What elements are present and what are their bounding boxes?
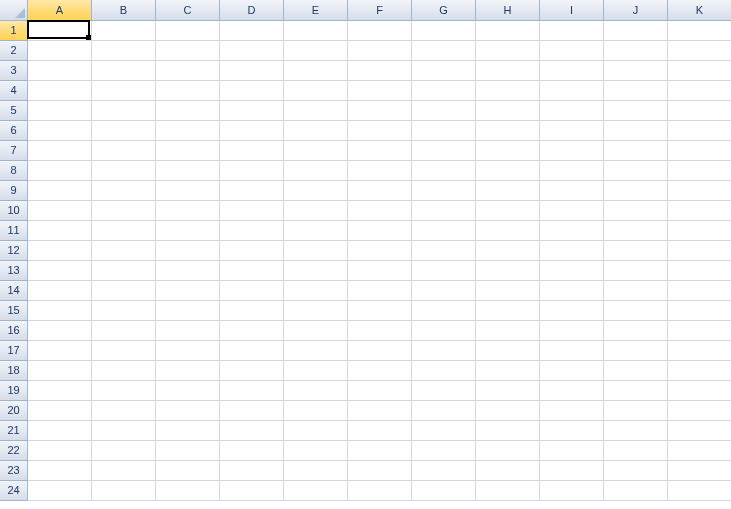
cell-h22[interactable] [476,441,540,461]
fill-handle[interactable] [86,35,91,40]
cell-h18[interactable] [476,361,540,381]
cell-e14[interactable] [284,281,348,301]
cell-a8[interactable] [28,161,92,181]
cell-a24[interactable] [28,481,92,501]
cell-j14[interactable] [604,281,668,301]
cell-d14[interactable] [220,281,284,301]
cell-f2[interactable] [348,41,412,61]
cell-k10[interactable] [668,201,731,221]
cell-h15[interactable] [476,301,540,321]
cell-k9[interactable] [668,181,731,201]
cell-b19[interactable] [92,381,156,401]
cell-d11[interactable] [220,221,284,241]
cell-j4[interactable] [604,81,668,101]
cell-k20[interactable] [668,401,731,421]
cell-j3[interactable] [604,61,668,81]
row-header-21[interactable]: 21 [0,421,28,441]
cell-k6[interactable] [668,121,731,141]
cell-c16[interactable] [156,321,220,341]
cell-h16[interactable] [476,321,540,341]
cell-g1[interactable] [412,21,476,41]
row-header-23[interactable]: 23 [0,461,28,481]
cell-k8[interactable] [668,161,731,181]
cell-i22[interactable] [540,441,604,461]
cell-b8[interactable] [92,161,156,181]
cell-g17[interactable] [412,341,476,361]
cell-k13[interactable] [668,261,731,281]
cell-b5[interactable] [92,101,156,121]
cell-g4[interactable] [412,81,476,101]
column-header-i[interactable]: I [540,0,604,21]
cell-a15[interactable] [28,301,92,321]
cell-f13[interactable] [348,261,412,281]
cell-h1[interactable] [476,21,540,41]
cell-e20[interactable] [284,401,348,421]
cell-d24[interactable] [220,481,284,501]
cell-b18[interactable] [92,361,156,381]
cell-e17[interactable] [284,341,348,361]
cell-d15[interactable] [220,301,284,321]
cell-i14[interactable] [540,281,604,301]
column-header-f[interactable]: F [348,0,412,21]
cell-f16[interactable] [348,321,412,341]
cell-a2[interactable] [28,41,92,61]
cell-h10[interactable] [476,201,540,221]
cell-f5[interactable] [348,101,412,121]
cell-f24[interactable] [348,481,412,501]
cell-i5[interactable] [540,101,604,121]
cell-f6[interactable] [348,121,412,141]
cell-f21[interactable] [348,421,412,441]
cell-i21[interactable] [540,421,604,441]
column-header-k[interactable]: K [668,0,731,21]
cell-j18[interactable] [604,361,668,381]
cell-c9[interactable] [156,181,220,201]
cell-h21[interactable] [476,421,540,441]
column-header-a[interactable]: A [28,0,92,21]
cell-b23[interactable] [92,461,156,481]
cell-g12[interactable] [412,241,476,261]
cell-i11[interactable] [540,221,604,241]
cell-j10[interactable] [604,201,668,221]
row-header-6[interactable]: 6 [0,121,28,141]
cell-f10[interactable] [348,201,412,221]
cell-d20[interactable] [220,401,284,421]
cell-b16[interactable] [92,321,156,341]
cell-g7[interactable] [412,141,476,161]
cell-h8[interactable] [476,161,540,181]
cell-d13[interactable] [220,261,284,281]
cell-b21[interactable] [92,421,156,441]
cell-g10[interactable] [412,201,476,221]
row-header-2[interactable]: 2 [0,41,28,61]
cell-j22[interactable] [604,441,668,461]
cell-b20[interactable] [92,401,156,421]
cell-d10[interactable] [220,201,284,221]
cell-b9[interactable] [92,181,156,201]
row-header-1[interactable]: 1 [0,21,28,41]
cell-c1[interactable] [156,21,220,41]
row-header-22[interactable]: 22 [0,441,28,461]
cell-h14[interactable] [476,281,540,301]
cell-g18[interactable] [412,361,476,381]
cell-f23[interactable] [348,461,412,481]
cell-i19[interactable] [540,381,604,401]
cell-i8[interactable] [540,161,604,181]
cell-h5[interactable] [476,101,540,121]
cell-i12[interactable] [540,241,604,261]
cell-e4[interactable] [284,81,348,101]
cell-h12[interactable] [476,241,540,261]
cell-b1[interactable] [92,21,156,41]
cell-k12[interactable] [668,241,731,261]
cell-f1[interactable] [348,21,412,41]
cell-k19[interactable] [668,381,731,401]
cell-c14[interactable] [156,281,220,301]
row-header-10[interactable]: 10 [0,201,28,221]
cell-f8[interactable] [348,161,412,181]
cell-k3[interactable] [668,61,731,81]
row-header-12[interactable]: 12 [0,241,28,261]
row-header-14[interactable]: 14 [0,281,28,301]
cell-b12[interactable] [92,241,156,261]
cell-j23[interactable] [604,461,668,481]
cell-i16[interactable] [540,321,604,341]
row-header-9[interactable]: 9 [0,181,28,201]
cell-k22[interactable] [668,441,731,461]
